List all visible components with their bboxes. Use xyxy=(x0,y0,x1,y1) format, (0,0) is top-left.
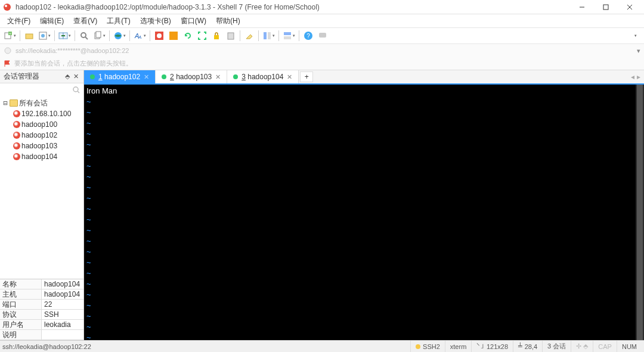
maximize-button[interactable] xyxy=(594,0,618,14)
new-session-button[interactable]: +▾ xyxy=(2,29,17,42)
svg-rect-24 xyxy=(214,35,219,39)
prop-row: 名称hadoop104 xyxy=(0,279,83,289)
svg-rect-25 xyxy=(228,33,234,39)
fullscreen-button[interactable] xyxy=(196,29,209,42)
prop-row: 端口22 xyxy=(0,300,83,310)
menu-bar: 文件(F) 编辑(E) 查看(V) 工具(T) 选项卡(B) 窗口(W) 帮助(… xyxy=(0,14,644,27)
toolbar: +▾ ▾ ▾ ▾ ▾ AA▾ ▾ ▾ ? ▾ xyxy=(0,27,644,44)
tree-item[interactable]: hadoop100 xyxy=(0,119,83,130)
separator xyxy=(150,30,150,41)
status-dot-icon xyxy=(416,344,420,349)
scrollbar-thumb[interactable] xyxy=(637,85,643,340)
close-button[interactable] xyxy=(618,0,642,14)
menu-view[interactable]: 查看(V) xyxy=(69,15,102,27)
hint-bar: 要添加当前会话，点击左侧的箭头按钮。 xyxy=(0,57,644,70)
address-dropdown[interactable]: ▾ xyxy=(637,47,640,55)
pin-button[interactable]: ⬘ xyxy=(63,73,72,80)
separator xyxy=(75,30,75,41)
terminal[interactable]: Iron Man ~ ~ ~ ~ ~ ~ ~ ~ ~ ~ ~ ~ ~ ~ ~ ~… xyxy=(84,85,644,340)
svg-rect-9 xyxy=(26,34,33,39)
svg-text:A: A xyxy=(138,35,141,40)
prop-row: 主机hadoop104 xyxy=(0,289,83,300)
tab-hadoop102[interactable]: 1 hadoop102 ✕ xyxy=(84,70,156,83)
menu-help[interactable]: 帮助(H) xyxy=(211,15,245,27)
session-icon xyxy=(13,132,20,139)
tab-hadoop103[interactable]: 2 hadoop103 ✕ xyxy=(156,70,227,83)
reconnect-button[interactable]: ▾ xyxy=(37,29,52,42)
collapse-icon[interactable]: ⊟ xyxy=(2,99,8,107)
color2-button[interactable] xyxy=(167,29,180,42)
status-bar: ssh://leokadia@hadoop102:22 SSH2 xterm ⸌… xyxy=(0,340,644,352)
lock-button[interactable] xyxy=(210,29,223,42)
minimize-button[interactable] xyxy=(570,0,594,14)
globe-button[interactable]: ▾ xyxy=(112,29,127,42)
address-bar: ssh://leokadia:*********@hadoop102:22 ▾ xyxy=(0,44,644,57)
font-button[interactable]: AA▾ xyxy=(132,29,147,42)
session-icon xyxy=(4,46,12,55)
add-tab-button[interactable]: + xyxy=(300,71,313,82)
session-icon xyxy=(13,153,20,160)
toolbar-overflow[interactable]: ▾ xyxy=(628,29,642,42)
highlight-button[interactable] xyxy=(243,29,256,42)
status-term: xterm xyxy=(445,341,472,352)
svg-rect-17 xyxy=(96,32,101,38)
tab-close-icon[interactable]: ✕ xyxy=(287,73,292,81)
folder-icon xyxy=(10,99,18,107)
sidebar-close-button[interactable]: ✕ xyxy=(72,73,80,80)
status-pos: ╧ 28,4 xyxy=(513,341,542,352)
separator xyxy=(129,30,130,41)
open-button[interactable] xyxy=(23,29,36,42)
sidebar-search[interactable] xyxy=(0,83,83,96)
svg-rect-26 xyxy=(264,32,267,39)
tree-item[interactable]: hadoop102 xyxy=(0,130,83,141)
svg-rect-28 xyxy=(284,32,291,35)
svg-rect-29 xyxy=(284,36,291,39)
status-sessions: 3 会话 xyxy=(542,341,571,352)
menu-tabs[interactable]: 选项卡(B) xyxy=(135,15,176,27)
sidebar-title: 会话管理器 xyxy=(4,71,63,82)
menu-window[interactable]: 窗口(W) xyxy=(176,15,211,27)
color1-button[interactable] xyxy=(153,29,166,42)
copy-button[interactable]: ▾ xyxy=(92,29,107,42)
scrollbar[interactable] xyxy=(636,85,644,340)
menu-tools[interactable]: 工具(T) xyxy=(102,15,135,27)
svg-point-22 xyxy=(157,33,162,38)
refresh-button[interactable] xyxy=(181,29,194,42)
tab-close-icon[interactable]: ✕ xyxy=(144,73,149,81)
svg-point-1 xyxy=(5,5,7,7)
app-icon xyxy=(2,2,12,12)
status-connection: ssh://leokadia@hadoop102:22 xyxy=(2,343,91,350)
address-text[interactable]: ssh://leokadia:*********@hadoop102:22 xyxy=(16,47,129,54)
log-button[interactable] xyxy=(224,29,237,42)
tree-root[interactable]: ⊟ 所有会话 xyxy=(0,98,83,108)
tab-next-icon[interactable]: ▸ xyxy=(637,73,640,81)
status-indicators: ✢ ⬘ xyxy=(571,341,593,352)
tree-item[interactable]: 192.168.10.100 xyxy=(0,108,83,119)
tab-close-icon[interactable]: ✕ xyxy=(215,73,221,81)
svg-rect-32 xyxy=(319,33,326,38)
status-cap: CAP xyxy=(593,341,617,352)
menu-edit[interactable]: 编辑(E) xyxy=(35,15,69,27)
tab-prev-icon[interactable]: ◂ xyxy=(631,73,634,81)
layout1-button[interactable]: ▾ xyxy=(261,29,276,42)
chat-button[interactable] xyxy=(316,29,329,42)
separator xyxy=(20,30,20,41)
layout2-button[interactable]: ▾ xyxy=(281,29,296,42)
menu-file[interactable]: 文件(F) xyxy=(2,15,35,27)
svg-point-33 xyxy=(5,48,11,54)
tab-hadoop104[interactable]: 3 hadoop104 ✕ xyxy=(227,70,299,83)
tree-item[interactable]: hadoop104 xyxy=(0,151,83,162)
flag-icon xyxy=(4,60,11,67)
help-button[interactable]: ? xyxy=(302,29,315,42)
content-area: 1 hadoop102 ✕ 2 hadoop103 ✕ 3 hadoop104 … xyxy=(84,70,644,340)
tree-item[interactable]: hadoop103 xyxy=(0,141,83,151)
prop-row: 协议SSH xyxy=(0,310,83,320)
svg-rect-27 xyxy=(268,32,271,39)
search-button[interactable] xyxy=(78,29,91,42)
sidebar-header: 会话管理器 ⬘ ✕ xyxy=(0,70,83,83)
svg-point-0 xyxy=(4,4,11,11)
status-dot-icon xyxy=(233,74,238,79)
session-tree: ⊟ 所有会话 192.168.10.100 hadoop100 hadoop10… xyxy=(0,96,83,279)
transfer-button[interactable]: ▾ xyxy=(57,29,72,42)
title-bar: hadoop102 - leokadia@hadoop102:/opt/modu… xyxy=(0,0,644,14)
